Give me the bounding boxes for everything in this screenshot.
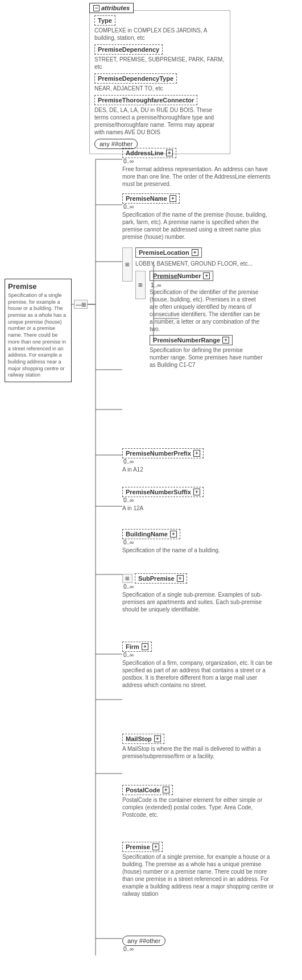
subpremise-cardinality: 0..∞ (123, 584, 276, 590)
attr-premtfc-desc: DES, DE, LA, LA, DU in RUE DU BOIS. Thes… (94, 106, 225, 136)
element-block-buildingname: BuildingName + 0..∞ Specification of the… (122, 529, 220, 554)
mailstop-label: MailStop (126, 735, 152, 742)
attr-premdeptype-block: PremiseDependencyType NEAR, ADJACENT TO,… (94, 73, 225, 92)
addressline-label: AddressLine (126, 150, 164, 156)
premisenumberprefix-desc: A in A12 (122, 466, 204, 473)
premiselocation-expand-icon[interactable]: + (192, 249, 198, 256)
subpremise-desc: Specification of a single sub-premise. E… (122, 591, 276, 613)
attr-type-block: Type COMPLEXE in COMPLEX DES JARDINS, A … (94, 15, 225, 42)
premisenumberprefix-label: PremiseNumberPrefix (126, 450, 191, 457)
premisenumber-box[interactable]: PremiseNumber + (150, 271, 213, 281)
attr-type-name: Type (94, 15, 115, 26)
premisenumbersuffix-label: PremiseNumberSuffix (126, 489, 191, 495)
attr-premdeptype-desc: NEAR, ADJACENT TO, etc (94, 85, 225, 92)
element-block-premise2: Premise + Specification of a single prem… (122, 842, 276, 898)
premiselocation-label: PremiseLocation (139, 249, 189, 256)
premisenumbersuffix-desc: A in 12A (122, 505, 204, 512)
premisenumbersuffix-box[interactable]: PremiseNumberSuffix + (122, 487, 204, 497)
premisenumber-label: PremiseNumber (153, 272, 201, 279)
attr-premdeptype-name: PremiseDependencyType (94, 73, 177, 84)
buildingname-box[interactable]: BuildingName + (122, 529, 180, 539)
anyother-box: any ##other (122, 936, 166, 946)
premisenumberprefix-box[interactable]: PremiseNumberPrefix + (122, 448, 204, 458)
premisename-expand-icon[interactable]: + (169, 195, 176, 202)
buildingname-cardinality: 0..∞ (123, 539, 220, 545)
buildingname-desc: Specification of the name of a building. (122, 547, 220, 554)
attr-type-desc: COMPLEXE in COMPLEX DES JARDINS, A build… (94, 27, 225, 42)
premise-main-title: Premise (8, 282, 68, 291)
element-block-premiselocation-group: ⊞ PremiseLocation + LOBBY, BASEMENT, GRO… (122, 247, 263, 369)
element-block-anyother: any ##other 0..∞ (122, 936, 166, 952)
firm-cardinality: 0..∞ (123, 652, 276, 658)
element-block-premisenumberprefix: PremiseNumberPrefix + 0..∞ A in A12 (122, 448, 204, 473)
postalcode-label: PostalCode (126, 787, 160, 793)
premisenumbersuffix-expand-icon[interactable]: + (193, 489, 200, 495)
element-block-postalcode: PostalCode + PostalCode is the container… (122, 785, 276, 818)
attr-premdep-block: PremiseDependency STREET, PREMISE, SUBPR… (94, 44, 225, 71)
element-block-firm: Firm + 0..∞ Specification of a firm, com… (122, 642, 276, 689)
element-block-subpremise: ⊞ SubPremise + 0..∞ Specification of a s… (122, 573, 276, 613)
subpremise-expand-icon[interactable]: + (177, 575, 184, 582)
element-block-premisename: PremiseName + 0..∞ Specification of the … (122, 193, 276, 241)
anyother-cardinality: 0..∞ (123, 946, 166, 952)
postalcode-expand-icon[interactable]: + (163, 787, 169, 793)
premisename-box[interactable]: PremiseName + (122, 193, 180, 204)
premisenumberrange-desc: Specification for defining the premise n… (150, 346, 263, 369)
sequence-connector: —⊞ (74, 300, 88, 309)
premisename-desc: Specification of the name of the premise… (122, 211, 276, 241)
mailstop-expand-icon[interactable]: + (154, 735, 161, 742)
premise-main-desc: Specification of a single premise, for e… (8, 292, 68, 379)
premisenumberrange-box[interactable]: PremiseNumberRange + (150, 335, 233, 345)
firm-label: Firm (126, 643, 139, 650)
firm-expand-icon[interactable]: + (142, 643, 148, 650)
addressline-expand-icon[interactable]: + (166, 150, 173, 156)
addressline-box[interactable]: AddressLine + (122, 148, 176, 158)
attributes-box: Type COMPLEXE in COMPLEX DES JARDINS, A … (89, 10, 230, 154)
addressline-cardinality: 0..∞ (123, 158, 276, 164)
addressline-desc: Free format address representation. An a… (122, 166, 276, 188)
element-block-mailstop: MailStop + A MailStop is where the the m… (122, 734, 276, 760)
choice-connector: ⊞ (122, 247, 133, 282)
element-block-addressline: AddressLine + 0..∞ Free format address r… (122, 148, 276, 188)
postalcode-desc: PostalCode is the container element for … (122, 796, 276, 818)
subpremise-box[interactable]: SubPremise + (135, 573, 187, 584)
diagram-root: − attributes Type COMPLEXE in COMPLEX DE… (0, 0, 302, 980)
attributes-tab[interactable]: − attributes (89, 3, 134, 13)
premise2-box[interactable]: Premise + (122, 842, 163, 852)
postalcode-box[interactable]: PostalCode + (122, 785, 173, 795)
mailstop-desc: A MailStop is where the the mail is deli… (122, 745, 276, 760)
subpremise-label: SubPremise (138, 575, 175, 582)
choice-sub-connector: ⊞ (135, 271, 146, 299)
premisenumber-expand-icon[interactable]: + (203, 272, 210, 279)
premisenumbersuffix-cardinality: 0..∞ (123, 497, 204, 503)
premisenumberprefix-cardinality: 0..∞ (123, 458, 204, 465)
attr-premdep-name: PremiseDependency (94, 44, 163, 55)
firm-box[interactable]: Firm + (122, 642, 152, 652)
premise2-expand-icon[interactable]: + (152, 843, 159, 850)
attributes-label: attributes (101, 5, 130, 11)
premisenumber-cardinality: 1..∞ (151, 282, 263, 288)
premise2-label: Premise (126, 843, 150, 850)
subpremise-connector: ⊞ (122, 574, 133, 583)
premise-main-box[interactable]: Premise Specification of a single premis… (5, 279, 72, 382)
premise2-desc: Specification of a single premise, for e… (122, 853, 276, 898)
premisename-label: PremiseName (126, 195, 167, 202)
element-block-premisenumbersuffix: PremiseNumberSuffix + 0..∞ A in 12A (122, 487, 204, 512)
premisename-cardinality: 0..∞ (123, 204, 276, 210)
attr-premtfc-name: PremiseThoroughfareConnector (94, 95, 197, 105)
premisenumberprefix-expand-icon[interactable]: + (193, 450, 200, 457)
attr-premdep-desc: STREET, PREMISE, SUBPREMISE, PARK, FARM,… (94, 56, 225, 71)
premisenumber-desc: Specification of the identifier of the p… (150, 288, 263, 333)
attributes-minus-icon[interactable]: − (93, 5, 100, 11)
premiselocation-box[interactable]: PremiseLocation + (135, 247, 202, 258)
firm-desc: Specification of a firm, company, organi… (122, 659, 276, 689)
premisenumberrange-label: PremiseNumberRange (153, 337, 220, 344)
buildingname-expand-icon[interactable]: + (170, 531, 177, 537)
premisenumberrange-expand-icon[interactable]: + (222, 337, 229, 344)
mailstop-box[interactable]: MailStop + (122, 734, 164, 744)
buildingname-label: BuildingName (126, 531, 168, 537)
premiselocation-desc: LOBBY, BASEMENT, GROUND FLOOR, etc... (135, 260, 263, 267)
attr-premtfc-block: PremiseThoroughfareConnector DES, DE, LA… (94, 95, 225, 136)
